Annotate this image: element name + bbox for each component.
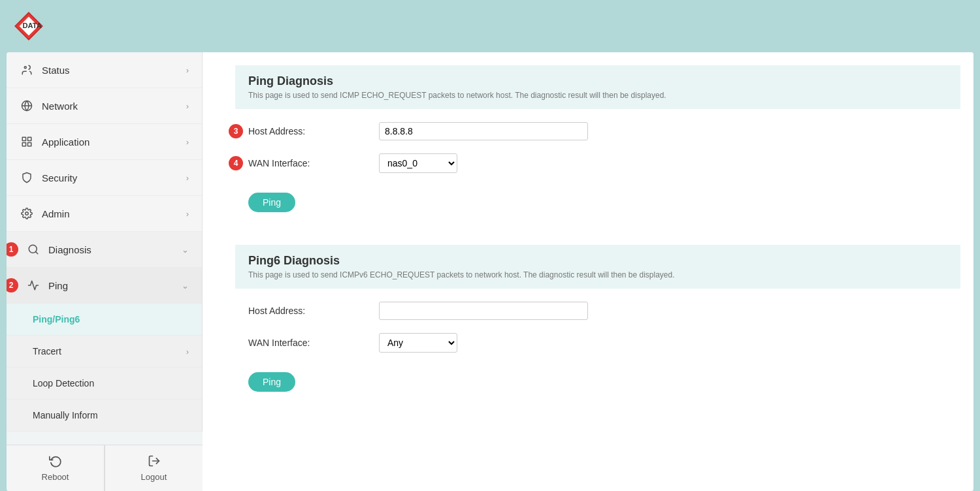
logout-button[interactable]: Logout	[105, 445, 203, 491]
host-address-badge: 3	[229, 124, 243, 138]
ping6-form: Host Address: WAN Interface: Any Ping	[235, 289, 960, 405]
sidebar-item-security[interactable]: Security ›	[7, 160, 202, 196]
network-chevron: ›	[186, 101, 189, 111]
security-icon	[20, 170, 34, 185]
wan-interface-badge: 4	[229, 156, 243, 170]
ping-badge: 2	[7, 278, 18, 293]
sidebar-status-label: Status	[42, 65, 186, 76]
ping-wan-row: 4 WAN Interface: nas0_0	[248, 153, 947, 173]
diagnosis-chevron: ⌄	[182, 245, 189, 255]
tracert-chevron: ›	[186, 347, 189, 356]
admin-chevron: ›	[186, 209, 189, 219]
ping-section-header: Ping Diagnosis This page is used to send…	[235, 65, 960, 109]
svg-line-12	[35, 251, 37, 253]
sidebar-item-status[interactable]: Status ›	[7, 52, 202, 88]
ping-button-row: Ping	[248, 186, 947, 219]
ping-form: 3 Host Address: 4 WAN Interface: nas0_0	[235, 109, 960, 225]
loop-detection-label: Loop Detection	[33, 378, 189, 388]
ping-icon	[26, 278, 41, 293]
sidebar-item-ping[interactable]: 2 Ping ⌄	[7, 268, 202, 304]
ping-host-row: 3 Host Address:	[248, 122, 947, 140]
ping6-wan-label: WAN Interface:	[248, 338, 379, 348]
sidebar-subitem-tracert[interactable]: Tracert ›	[7, 336, 202, 368]
status-icon	[20, 63, 34, 77]
ping6-button-row: Ping	[248, 366, 947, 398]
ping-section: Ping Diagnosis This page is used to send…	[235, 65, 960, 225]
ping-chevron: ⌄	[182, 281, 189, 291]
ping6-section-title: Ping6 Diagnosis	[248, 254, 947, 268]
ping6-wan-select[interactable]: Any	[379, 333, 457, 353]
ping-section-desc: This page is used to send ICMP ECHO_REQU…	[248, 91, 947, 100]
ping-wan-label: WAN Interface:	[248, 158, 379, 168]
svg-point-3	[24, 67, 26, 69]
svg-rect-7	[28, 137, 31, 140]
admin-icon	[20, 206, 34, 221]
svg-rect-8	[22, 143, 25, 146]
reboot-label: Reboot	[42, 472, 69, 482]
application-chevron: ›	[186, 137, 189, 147]
sidebar-subitem-manually-inform[interactable]: Manually Inform	[7, 400, 202, 432]
ping6-section-header: Ping6 Diagnosis This page is used to sen…	[235, 245, 960, 289]
svg-rect-9	[28, 143, 31, 146]
ping6-host-row: Host Address:	[248, 302, 947, 320]
sidebar-item-admin[interactable]: Admin ›	[7, 196, 202, 232]
ping-section-title: Ping Diagnosis	[248, 74, 947, 88]
logout-icon	[148, 454, 161, 469]
security-chevron: ›	[186, 173, 189, 183]
ping-host-input[interactable]	[379, 122, 588, 140]
manually-inform-label: Manually Inform	[33, 410, 189, 420]
sidebar-item-diagnosis[interactable]: 1 Diagnosis ⌄	[7, 232, 202, 268]
content-inner: Ping Diagnosis This page is used to send…	[203, 52, 973, 437]
ping-ping6-label: Ping/Ping6	[33, 314, 189, 325]
sidebar: Status › Network › Application ›	[7, 52, 203, 491]
ping-wan-select[interactable]: nas0_0	[379, 153, 457, 173]
svg-rect-6	[22, 137, 25, 140]
sidebar-inner: Status › Network › Application ›	[7, 52, 203, 432]
ping6-wan-row: WAN Interface: Any	[248, 333, 947, 353]
ping6-host-label: Host Address:	[248, 306, 379, 316]
network-icon	[20, 99, 34, 113]
ping6-host-input[interactable]	[379, 302, 588, 320]
diagnosis-icon	[26, 242, 41, 257]
logo-icon: DATA	[13, 10, 44, 42]
reboot-icon	[49, 454, 62, 469]
status-chevron: ›	[186, 65, 189, 75]
main-container: Status › Network › Application ›	[7, 52, 973, 491]
svg-point-10	[25, 212, 29, 215]
svg-text:DATA: DATA	[22, 22, 41, 29]
ping6-section: Ping6 Diagnosis This page is used to sen…	[235, 245, 960, 405]
sidebar-item-application[interactable]: Application ›	[7, 124, 202, 160]
sidebar-application-label: Application	[42, 136, 186, 148]
application-icon	[20, 135, 34, 149]
sidebar-admin-label: Admin	[42, 208, 186, 219]
ping6-section-desc: This page is used to send ICMPv6 ECHO_RE…	[248, 270, 947, 279]
ping-host-label: Host Address:	[248, 126, 379, 136]
logout-label: Logout	[141, 472, 167, 482]
tracert-label: Tracert	[33, 346, 186, 356]
sidebar-ping-label: Ping	[48, 280, 182, 291]
sidebar-subitem-ping-ping6[interactable]: Ping/Ping6	[7, 304, 202, 336]
sidebar-diagnosis-label: Diagnosis	[48, 244, 182, 255]
content-area: Ping Diagnosis This page is used to send…	[203, 52, 973, 491]
sidebar-item-network[interactable]: Network ›	[7, 88, 202, 124]
sidebar-subitem-loop-detection[interactable]: Loop Detection	[7, 368, 202, 400]
diagnosis-badge: 1	[7, 242, 18, 257]
logo: DATA	[13, 10, 44, 42]
ping6-button[interactable]: Ping	[248, 372, 295, 392]
sidebar-network-label: Network	[42, 101, 186, 112]
sidebar-security-label: Security	[42, 172, 186, 183]
reboot-button[interactable]: Reboot	[7, 445, 105, 491]
sidebar-bottom: Reboot Logout	[7, 445, 203, 491]
ping-button[interactable]: Ping	[248, 193, 295, 212]
header: DATA	[0, 0, 980, 52]
